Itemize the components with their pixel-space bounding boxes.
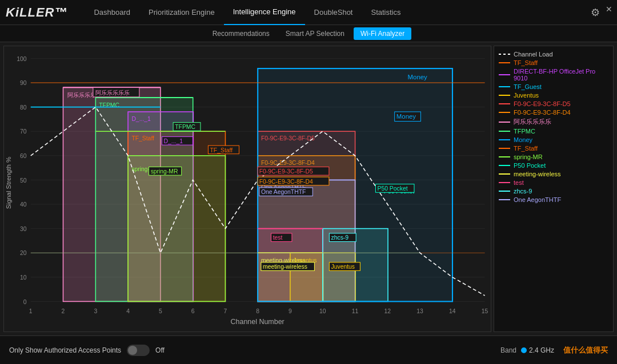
nav-dashboard[interactable]: Dashboard bbox=[85, 0, 139, 25]
svg-text:TF_Staff: TF_Staff bbox=[131, 135, 154, 141]
legend-item: TF_Staff bbox=[499, 59, 608, 66]
legend-item: F0-9C-E9-3C-8F-D4 bbox=[499, 109, 608, 116]
legend-color-swatch bbox=[499, 74, 510, 75]
svg-rect-48 bbox=[128, 156, 225, 302]
legend-item: One AegonTHTF bbox=[499, 196, 608, 203]
svg-text:F0-9C-E9-3C-8F-D4: F0-9C-E9-3C-8F-D4 bbox=[259, 179, 313, 185]
toggle-knob bbox=[128, 346, 137, 355]
header: KiLLER™ Dashboard Prioritization Engine … bbox=[0, 0, 617, 25]
svg-text:Signal Strength %: Signal Strength % bbox=[5, 157, 12, 209]
bottom-bar: Only Show Authorized Access Points Off B… bbox=[0, 335, 617, 364]
svg-text:test: test bbox=[273, 234, 283, 241]
legend-item: TF_Guest bbox=[499, 83, 608, 90]
legend-item: P50 Pocket bbox=[499, 162, 608, 169]
svg-text:spring-MR: spring-MR bbox=[151, 168, 178, 175]
svg-text:F0-9C-E9-3C-8F-D5: F0-9C-E9-3C-8F-D5 bbox=[259, 168, 313, 175]
svg-text:2: 2 bbox=[62, 308, 65, 314]
legend-item-label: Channel Load bbox=[514, 51, 553, 58]
band-24ghz[interactable]: 2.4 GHz bbox=[521, 346, 554, 354]
svg-text:Channel Number: Channel Number bbox=[231, 318, 285, 326]
nav-statistics[interactable]: Statistics bbox=[362, 0, 410, 25]
legend-item-label: TF_Staff bbox=[514, 59, 538, 66]
legend-item: Juventus bbox=[499, 92, 608, 99]
svg-text:Money: Money bbox=[396, 113, 416, 120]
svg-text:TF_Staff: TF_Staff bbox=[210, 147, 233, 153]
authorized-ap-toggle-container: Only Show Authorized Access Points Off bbox=[9, 345, 165, 356]
app-logo: KiLLER™ bbox=[6, 5, 67, 20]
close-icon[interactable]: ✕ bbox=[606, 5, 612, 14]
settings-icon[interactable]: ⚙ bbox=[591, 6, 600, 19]
authorized-ap-toggle[interactable] bbox=[127, 345, 150, 356]
legend-item: F0-9C-E9-3C-8F-D5 bbox=[499, 100, 608, 107]
svg-text:D_..._1: D_..._1 bbox=[131, 116, 151, 122]
svg-text:100: 100 bbox=[17, 56, 27, 62]
legend-item-label: Money bbox=[514, 136, 532, 143]
svg-text:One AegonTHTF: One AegonTHTF bbox=[261, 189, 306, 195]
svg-text:40: 40 bbox=[20, 201, 27, 208]
legend-color-swatch bbox=[499, 148, 510, 149]
legend-item-label: F0-9C-E9-3C-8F-D5 bbox=[514, 100, 571, 107]
nav-intelligence[interactable]: Intelligence Engine bbox=[224, 0, 305, 25]
svg-text:15: 15 bbox=[482, 308, 488, 314]
wifi-chart: 100 90 80 70 60 50 40 30 20 10 bbox=[3, 46, 491, 332]
legend-item-label: meeting-wireless bbox=[514, 171, 561, 177]
legend-color-swatch bbox=[499, 199, 510, 200]
svg-text:zhcs-9: zhcs-9 bbox=[331, 234, 349, 241]
subnav: Recommendations Smart AP Selection Wi-Fi… bbox=[0, 25, 617, 42]
svg-text:Money: Money bbox=[408, 74, 428, 80]
svg-text:50: 50 bbox=[20, 177, 27, 184]
svg-text:6: 6 bbox=[191, 308, 195, 314]
legend-color-swatch bbox=[499, 103, 510, 104]
legend-color-swatch bbox=[499, 173, 510, 175]
legend-color-swatch bbox=[499, 86, 510, 87]
svg-text:60: 60 bbox=[20, 153, 27, 159]
legend-item-label: TFPMC bbox=[514, 128, 535, 135]
svg-text:30: 30 bbox=[20, 226, 27, 232]
svg-text:14: 14 bbox=[449, 308, 456, 314]
main-content: 100 90 80 70 60 50 40 30 20 10 bbox=[0, 42, 617, 335]
subnav-smart-ap[interactable]: Smart AP Selection bbox=[279, 27, 351, 40]
legend-color-swatch bbox=[499, 131, 510, 132]
subnav-recommendations[interactable]: Recommendations bbox=[206, 27, 277, 40]
svg-text:4: 4 bbox=[126, 308, 130, 314]
legend-color-swatch bbox=[499, 165, 510, 166]
legend-item-label: One AegonTHTF bbox=[514, 196, 561, 203]
subnav-wifi-analyzer[interactable]: Wi-Fi Analyzer bbox=[354, 27, 411, 40]
svg-text:13: 13 bbox=[416, 308, 423, 314]
legend-item: DIRECT-BF-HP OfficeJet Pro 9010 bbox=[499, 68, 608, 82]
svg-text:9: 9 bbox=[289, 308, 292, 314]
legend-item-label: zhcs-9 bbox=[514, 188, 532, 195]
svg-text:TFPMC: TFPMC bbox=[175, 124, 195, 130]
nav-doubleshot[interactable]: DoubleShot bbox=[305, 0, 362, 25]
legend-item: test bbox=[499, 179, 608, 186]
svg-text:meeting-wireless: meeting-wireless bbox=[263, 264, 307, 270]
legend-color-swatch bbox=[499, 54, 510, 55]
legend-color-swatch bbox=[499, 122, 510, 123]
svg-text:70: 70 bbox=[20, 128, 27, 135]
legend-item-label: spring-MR bbox=[514, 153, 543, 160]
legend-item-label: 阿乐乐乐乐乐 bbox=[514, 118, 551, 126]
legend-color-swatch bbox=[499, 191, 510, 192]
toggle-label: Only Show Authorized Access Points bbox=[9, 346, 121, 354]
radio-dot bbox=[521, 347, 527, 353]
legend-item-label: TF_Staff bbox=[514, 145, 538, 152]
svg-text:D_..._1: D_..._1 bbox=[163, 138, 183, 144]
legend-item-label: Juventus bbox=[514, 92, 539, 99]
svg-text:1: 1 bbox=[29, 308, 33, 314]
legend-color-swatch bbox=[499, 139, 510, 140]
legend-item: TFPMC bbox=[499, 128, 608, 135]
svg-text:P50 Pocket: P50 Pocket bbox=[378, 185, 408, 192]
band-label: Band bbox=[500, 346, 516, 354]
nav-prioritization[interactable]: Prioritization Engine bbox=[139, 0, 224, 25]
legend-color-swatch bbox=[499, 95, 510, 96]
legend-color-swatch bbox=[499, 156, 510, 157]
legend-item: zhcs-9 bbox=[499, 188, 608, 195]
svg-text:阿乐乐乐乐乐: 阿乐乐乐乐乐 bbox=[95, 90, 130, 96]
legend-item: spring-MR bbox=[499, 153, 608, 160]
svg-text:10: 10 bbox=[20, 274, 27, 281]
watermark: 值什么值得买 bbox=[563, 345, 608, 355]
svg-text:12: 12 bbox=[384, 308, 391, 314]
toggle-state: Off bbox=[155, 346, 165, 354]
legend-item-label: test bbox=[514, 179, 524, 186]
legend-item: meeting-wireless bbox=[499, 171, 608, 177]
